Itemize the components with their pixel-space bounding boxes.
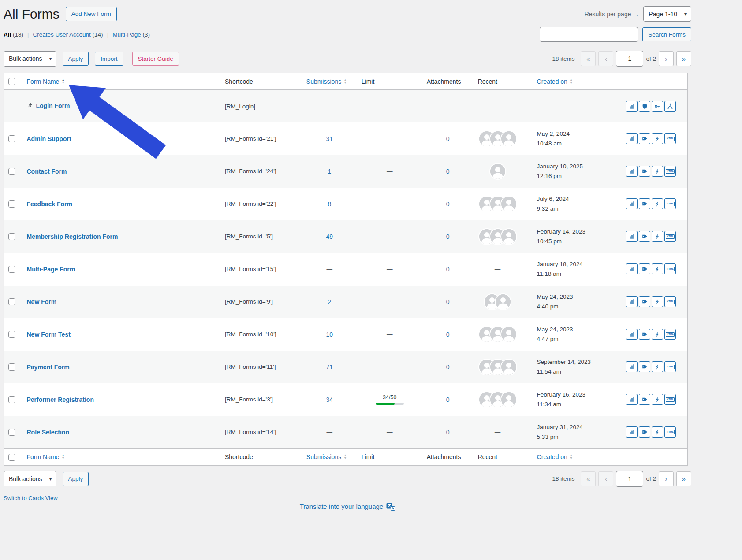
submissions-count-link[interactable]: 10 (326, 331, 333, 338)
html-action-button[interactable]: HTML (664, 426, 676, 438)
add-new-form-button[interactable]: Add New Form (66, 7, 117, 21)
bolt-action-button[interactable] (652, 361, 663, 372)
bolt-action-button[interactable] (652, 329, 663, 340)
sort-by-created-on-bottom[interactable]: Created on ▲▼ (537, 453, 573, 460)
first-page-button[interactable]: « (581, 51, 596, 66)
select-all-checkbox-bottom[interactable] (8, 454, 15, 461)
bulk-actions-select-bottom[interactable]: Bulk actions ▾ (4, 471, 56, 486)
form-name-link[interactable]: Feedback Form (26, 200, 72, 208)
html-action-button[interactable]: HTML (664, 361, 676, 372)
chart-action-button[interactable] (626, 133, 638, 144)
bolt-action-button[interactable] (652, 133, 663, 144)
key-action-button[interactable] (652, 101, 663, 112)
switch-to-cards-view-link[interactable]: Switch to Cards View (4, 495, 58, 501)
chart-action-button[interactable] (626, 263, 638, 274)
submissions-count-link[interactable]: 34 (326, 396, 333, 403)
submissions-count-link[interactable]: 8 (328, 200, 331, 208)
bolt-action-button[interactable] (652, 426, 663, 438)
first-page-button-bottom[interactable]: « (581, 471, 596, 486)
sort-by-form-name-bottom[interactable]: Form Name ▲▼ (26, 453, 64, 460)
html-action-button[interactable]: HTML (664, 166, 676, 177)
row-checkbox[interactable] (8, 331, 15, 338)
row-checkbox[interactable] (8, 396, 15, 403)
chart-action-button[interactable] (626, 166, 638, 177)
sort-by-submissions-bottom[interactable]: Submissions ▲▼ (306, 453, 347, 460)
html-action-button[interactable]: HTML (664, 394, 676, 405)
search-forms-button[interactable]: Search Forms (642, 27, 691, 41)
bulk-actions-select[interactable]: Bulk actions ▾ (4, 51, 56, 67)
tag-action-button[interactable] (639, 394, 650, 405)
submissions-count-link[interactable]: 71 (326, 363, 333, 371)
branch-action-button[interactable] (664, 101, 676, 112)
attachments-count-link[interactable]: 0 (446, 200, 450, 208)
chart-action-button[interactable] (626, 426, 638, 438)
attachments-count-link[interactable]: 0 (446, 233, 450, 240)
search-input[interactable] (540, 27, 638, 42)
last-page-button-bottom[interactable]: » (676, 471, 691, 486)
form-name-link[interactable]: Payment Form (26, 363, 69, 371)
form-name-link[interactable]: Contact Form (26, 168, 67, 175)
tag-action-button[interactable] (639, 426, 650, 438)
sort-by-created-on[interactable]: Created on ▲▼ (537, 78, 573, 85)
attachments-count-link[interactable]: 0 (446, 396, 450, 403)
bolt-action-button[interactable] (652, 231, 663, 242)
form-name-link[interactable]: Multi-Page Form (26, 266, 75, 273)
bolt-action-button[interactable] (652, 263, 663, 274)
form-name-link[interactable]: Performer Registration (26, 396, 93, 403)
prev-page-button[interactable]: ‹ (598, 51, 613, 66)
current-page-input[interactable] (616, 51, 643, 67)
tag-action-button[interactable] (639, 198, 650, 209)
attachments-count-link[interactable]: 0 (446, 331, 450, 338)
bolt-action-button[interactable] (652, 198, 663, 209)
submissions-count-link[interactable]: 31 (326, 135, 333, 142)
form-name-link[interactable]: Membership Registration Form (26, 233, 118, 240)
form-name-link[interactable]: New Form (26, 298, 56, 305)
html-action-button[interactable]: HTML (664, 263, 676, 274)
filter-link-creates-user-account[interactable]: Creates User Account (14) (33, 31, 103, 38)
submissions-count-link[interactable]: 49 (326, 233, 333, 240)
tag-action-button[interactable] (639, 231, 650, 242)
next-page-button-bottom[interactable]: › (659, 471, 674, 486)
import-button[interactable]: Import (95, 52, 123, 66)
chart-action-button[interactable] (626, 329, 638, 340)
prev-page-button-bottom[interactable]: ‹ (598, 471, 613, 486)
submissions-count-link[interactable]: 2 (328, 298, 331, 305)
tag-action-button[interactable] (639, 361, 650, 372)
row-checkbox[interactable] (8, 363, 15, 371)
attachments-count-link[interactable]: 0 (446, 298, 450, 305)
shield-action-button[interactable] (639, 101, 650, 112)
sort-by-form-name[interactable]: Form Name ▲▼ (26, 78, 64, 85)
row-checkbox[interactable] (8, 429, 15, 436)
apply-button-bottom[interactable]: Apply (63, 472, 89, 486)
form-name-link[interactable]: Role Selection (26, 429, 69, 436)
row-checkbox[interactable] (8, 168, 15, 175)
row-checkbox[interactable] (8, 135, 15, 142)
html-action-button[interactable]: HTML (664, 296, 676, 307)
tag-action-button[interactable] (639, 296, 650, 307)
row-checkbox[interactable] (8, 233, 15, 240)
page-range-select[interactable]: Page 1-10 ▾ (643, 6, 691, 22)
apply-button[interactable]: Apply (63, 52, 89, 66)
chart-action-button[interactable] (626, 296, 638, 307)
select-all-checkbox[interactable] (8, 78, 15, 85)
form-name-link[interactable]: Admin Support (26, 135, 71, 142)
sort-by-submissions[interactable]: Submissions ▲▼ (306, 78, 347, 85)
chart-action-button[interactable] (626, 361, 638, 372)
filter-link-all[interactable]: All (18) (4, 31, 23, 38)
tag-action-button[interactable] (639, 329, 650, 340)
chart-action-button[interactable] (626, 394, 638, 405)
tag-action-button[interactable] (639, 166, 650, 177)
bolt-action-button[interactable] (652, 166, 663, 177)
chart-action-button[interactable] (626, 231, 638, 242)
starter-guide-button[interactable]: Starter Guide (132, 52, 179, 66)
next-page-button[interactable]: › (659, 51, 674, 66)
row-checkbox[interactable] (8, 200, 15, 208)
attachments-count-link[interactable]: 0 (446, 135, 450, 142)
row-checkbox[interactable] (8, 298, 15, 305)
current-page-input-bottom[interactable] (616, 471, 643, 487)
form-name-link[interactable]: New Form Test (26, 331, 70, 338)
html-action-button[interactable]: HTML (664, 133, 676, 144)
tag-action-button[interactable] (639, 133, 650, 144)
html-action-button[interactable]: HTML (664, 329, 676, 340)
last-page-button[interactable]: » (676, 51, 691, 66)
